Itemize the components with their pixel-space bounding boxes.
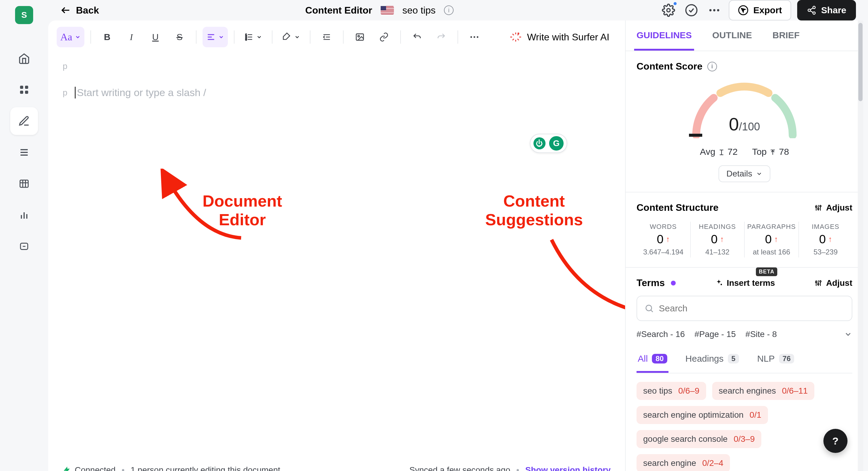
chevron-down-icon[interactable]	[844, 330, 852, 338]
hash-filter[interactable]: #Site - 8	[745, 330, 777, 339]
info-icon[interactable]: i	[444, 5, 454, 15]
link-button[interactable]	[374, 27, 394, 47]
search-input[interactable]	[659, 303, 844, 313]
details-button[interactable]: Details	[718, 165, 770, 182]
write-with-ai-button[interactable]: Write with Surfer AI	[503, 26, 617, 48]
structure-col: WORDS 0↑ 3.647–4.194	[637, 222, 691, 258]
annotation-label: Suggestions	[485, 210, 583, 229]
grammarly-logo-icon: G	[549, 136, 564, 150]
undo-button[interactable]	[407, 27, 427, 47]
svg-rect-2	[20, 91, 24, 94]
content-score-title: Content Score	[637, 61, 703, 72]
svg-text:3: 3	[245, 38, 247, 41]
count-badge: 80	[652, 354, 667, 364]
image-button[interactable]	[350, 27, 370, 47]
tab-brief[interactable]: BRIEF	[770, 21, 802, 51]
adjust-label: Adjust	[826, 278, 852, 288]
subtab-all[interactable]: All 80	[637, 349, 669, 373]
list-icon[interactable]	[10, 138, 38, 166]
check-circle-icon[interactable]	[683, 2, 700, 19]
hash-filter[interactable]: #Search - 16	[637, 330, 685, 339]
svg-point-22	[813, 6, 815, 9]
info-icon[interactable]: i	[707, 62, 717, 71]
keyword-text: seo tips	[402, 5, 435, 16]
svg-rect-7	[20, 180, 28, 187]
adjust-terms-button[interactable]: Adjust	[814, 278, 852, 288]
grammarly-widget[interactable]: ⏻ G	[530, 134, 567, 153]
svg-point-41	[470, 36, 472, 38]
svg-rect-3	[25, 91, 28, 94]
score-max: /100	[739, 121, 760, 133]
tab-outline[interactable]: OUTLINE	[710, 21, 754, 51]
apps-icon[interactable]	[10, 76, 38, 104]
version-history-link[interactable]: Show version history	[525, 465, 611, 471]
terms-title: Terms	[637, 277, 665, 289]
list-dropdown[interactable]: 123	[241, 27, 266, 47]
page-title: Content Editor	[305, 5, 372, 16]
structure-col: IMAGES 0↑ 53–239	[799, 222, 852, 258]
editor-icon[interactable]	[10, 107, 38, 135]
scrollbar-thumb[interactable]	[858, 23, 863, 101]
editor-body[interactable]: p p Start writing or type a slash / ⏻ G	[48, 54, 625, 458]
home-icon[interactable]	[10, 44, 38, 72]
svg-line-26	[810, 11, 813, 12]
block-tag: p	[63, 61, 75, 71]
count-badge: 76	[779, 354, 795, 364]
svg-rect-0	[20, 86, 24, 89]
subtab-nlp[interactable]: NLP 76	[756, 349, 795, 373]
term-chip[interactable]: google search console0/3–9	[637, 430, 761, 448]
svg-point-19	[713, 9, 715, 11]
back-label: Back	[76, 5, 99, 16]
table-icon[interactable]	[10, 170, 38, 198]
archive-icon[interactable]	[10, 233, 38, 260]
svg-point-17	[686, 5, 697, 16]
terms-search-input[interactable]	[637, 296, 852, 321]
text-style-dropdown[interactable]: Aa	[57, 27, 84, 47]
toolbar-more-icon[interactable]	[464, 27, 485, 47]
annotation-label: Content	[485, 192, 583, 210]
svg-point-59	[721, 284, 722, 285]
term-chip[interactable]: search engine optimization0/1	[637, 406, 768, 424]
export-button[interactable]: Export	[729, 0, 791, 21]
strike-button[interactable]: S	[169, 27, 190, 47]
insert-terms-label: Insert terms	[727, 278, 775, 288]
italic-button[interactable]: I	[121, 27, 142, 47]
structure-col: PARAGRAPHS 0↑ at least 166	[745, 222, 799, 258]
bold-button[interactable]: B	[97, 27, 118, 47]
block-tag: p	[63, 88, 75, 98]
chart-icon[interactable]	[10, 201, 38, 229]
settings-gear-icon[interactable]	[660, 2, 677, 19]
term-chip[interactable]: search engine0/2–4	[637, 454, 730, 471]
insert-terms-button[interactable]: BETA Insert terms	[715, 278, 775, 288]
outdent-button[interactable]	[316, 27, 337, 47]
svg-point-40	[358, 36, 359, 37]
avg-value: 72	[727, 147, 738, 157]
tab-guidelines[interactable]: GUIDELINES	[634, 21, 694, 51]
adjust-structure-button[interactable]: Adjust	[814, 203, 852, 213]
left-nav: S	[0, 0, 48, 471]
annotation-label: Editor	[203, 210, 282, 229]
share-button[interactable]: Share	[797, 0, 856, 21]
svg-point-23	[808, 9, 810, 11]
svg-point-44	[518, 33, 519, 34]
document-panel: Aa B I U S 123	[48, 21, 625, 471]
redo-button[interactable]	[431, 27, 452, 47]
hash-filter[interactable]: #Page - 15	[694, 330, 736, 339]
back-button[interactable]: Back	[60, 5, 99, 16]
status-synced: Synced a few seconds ago	[409, 465, 510, 471]
help-fab-button[interactable]: ?	[824, 429, 847, 453]
bolt-icon	[63, 466, 71, 471]
subtab-headings[interactable]: Headings 5	[684, 349, 740, 373]
top-header: Back Content Editor seo tips i	[48, 0, 868, 21]
term-chip[interactable]: seo tips0/6–9	[637, 382, 706, 400]
underline-button[interactable]: U	[145, 27, 166, 47]
more-horizontal-icon[interactable]	[706, 2, 723, 19]
scrollbar-track[interactable]	[858, 21, 863, 471]
workspace-avatar[interactable]: S	[15, 6, 33, 24]
term-chip[interactable]: search engines0/6–11	[712, 382, 815, 400]
purple-dot-icon	[671, 281, 676, 285]
svg-point-43	[476, 36, 478, 38]
align-dropdown[interactable]	[203, 27, 228, 47]
guidelines-sidebar: GUIDELINES OUTLINE BRIEF Content Score i	[625, 21, 863, 471]
highlight-dropdown[interactable]	[278, 27, 304, 47]
